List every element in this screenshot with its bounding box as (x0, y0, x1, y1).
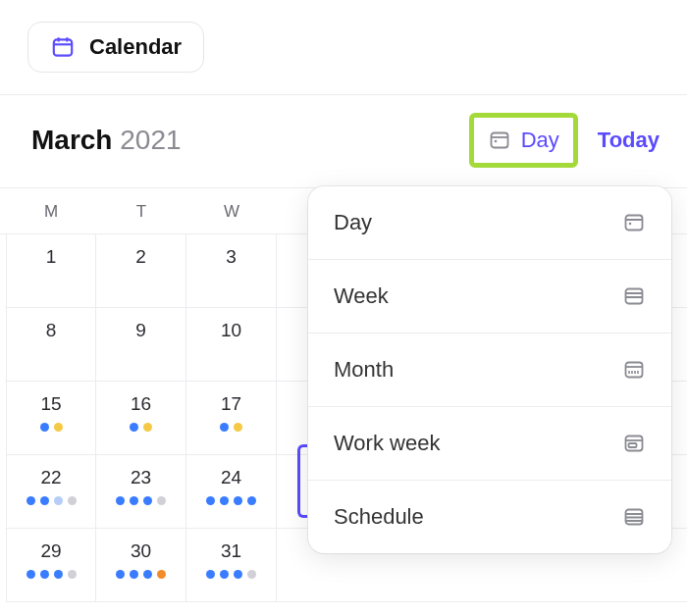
event-dots (116, 496, 166, 505)
svg-point-4 (629, 223, 632, 226)
calendar-day-icon (488, 128, 511, 152)
calendar-cell[interactable]: 9 (96, 308, 186, 382)
calendar-cell[interactable]: 22 (6, 455, 96, 529)
event-dot (26, 496, 35, 505)
day-number: 15 (40, 393, 61, 415)
weekday-t: T (96, 188, 186, 233)
calendar-day-icon (622, 211, 646, 234)
event-dot (220, 570, 229, 579)
event-dot (247, 570, 256, 579)
event-dots (220, 423, 242, 432)
event-dot (54, 423, 63, 432)
calendar-cell[interactable]: 31 (186, 529, 277, 602)
dropdown-item-week[interactable]: Week (308, 260, 671, 334)
event-dot (68, 496, 77, 505)
event-dot (26, 570, 35, 579)
event-dot (130, 496, 138, 505)
event-dot (40, 570, 49, 579)
event-dot (234, 570, 242, 579)
event-dot (220, 423, 229, 432)
event-dot (157, 570, 166, 579)
day-number: 23 (131, 467, 151, 488)
event-dot (206, 496, 215, 505)
calendar-week-icon (622, 284, 646, 308)
event-dot (143, 570, 152, 579)
view-switch-button[interactable]: Day (469, 113, 578, 168)
day-number: 29 (40, 540, 61, 562)
calendar-cell[interactable]: 24 (186, 455, 277, 529)
calendar-workweek-icon (622, 432, 646, 455)
month-title: March 2021 (31, 125, 182, 156)
calendar-cell[interactable]: 10 (186, 308, 277, 382)
calendar-cell[interactable]: 3 (186, 234, 277, 308)
event-dots (206, 496, 256, 505)
calendar-cell[interactable]: 1 (6, 234, 96, 308)
event-dot (143, 496, 152, 505)
calendar-schedule-icon (622, 505, 646, 529)
day-number: 3 (226, 246, 237, 268)
weekday-m: M (6, 188, 96, 233)
event-dot (130, 570, 138, 579)
event-dot (40, 423, 49, 432)
today-marker (297, 444, 307, 518)
event-dot (234, 496, 242, 505)
svg-rect-5 (626, 289, 643, 304)
day-number: 8 (46, 320, 57, 341)
event-dot (206, 570, 215, 579)
calendar-cell[interactable]: 23 (96, 455, 186, 529)
calendar-icon (50, 34, 76, 60)
event-dot (143, 423, 152, 432)
svg-rect-8 (629, 443, 637, 447)
day-number: 17 (221, 393, 241, 415)
event-dots (116, 570, 166, 579)
event-dots (206, 570, 256, 579)
dropdown-item-label: Schedule (334, 504, 424, 530)
dropdown-item-workweek[interactable]: Work week (308, 407, 671, 481)
day-number: 10 (221, 320, 241, 341)
event-dot (54, 496, 63, 505)
calendar-chip-label: Calendar (89, 34, 182, 60)
day-number: 16 (131, 393, 151, 415)
year-label: 2021 (120, 125, 181, 155)
day-number: 9 (135, 320, 146, 341)
svg-rect-6 (626, 363, 643, 378)
dropdown-item-label: Work week (334, 431, 440, 456)
dropdown-item-day[interactable]: Day (308, 186, 671, 260)
dropdown-item-label: Week (334, 283, 389, 309)
day-number: 30 (131, 540, 151, 562)
event-dot (247, 496, 256, 505)
event-dots (26, 570, 77, 579)
svg-rect-3 (626, 216, 643, 231)
day-number: 2 (135, 246, 146, 268)
event-dot (54, 570, 63, 579)
calendar-cell[interactable]: 16 (96, 382, 186, 455)
dropdown-item-schedule[interactable]: Schedule (308, 481, 671, 553)
event-dots (130, 423, 152, 432)
calendar-chip[interactable]: Calendar (27, 22, 204, 73)
view-switch-label: Day (521, 128, 559, 153)
calendar-cell[interactable]: 15 (6, 382, 96, 455)
calendar-cell[interactable]: 8 (6, 308, 96, 382)
calendar-cell[interactable]: 29 (6, 529, 96, 602)
event-dot (116, 496, 125, 505)
event-dot (220, 496, 229, 505)
day-number: 31 (221, 540, 241, 562)
svg-point-2 (494, 140, 497, 143)
dropdown-item-label: Day (334, 210, 372, 235)
svg-rect-1 (491, 133, 507, 148)
calendar-cell[interactable]: 17 (186, 382, 277, 455)
day-number: 1 (46, 246, 57, 268)
day-number: 22 (40, 467, 61, 488)
event-dot (40, 496, 49, 505)
day-number: 24 (221, 467, 241, 488)
calendar-cell[interactable]: 30 (96, 529, 186, 602)
dropdown-item-label: Month (334, 357, 394, 383)
calendar-cell[interactable]: 2 (96, 234, 186, 308)
today-button[interactable]: Today (598, 128, 660, 153)
svg-rect-0 (54, 39, 72, 55)
dropdown-item-month[interactable]: Month (308, 334, 671, 407)
event-dot (130, 423, 138, 432)
event-dot (157, 496, 166, 505)
event-dot (234, 423, 242, 432)
event-dots (26, 496, 77, 505)
